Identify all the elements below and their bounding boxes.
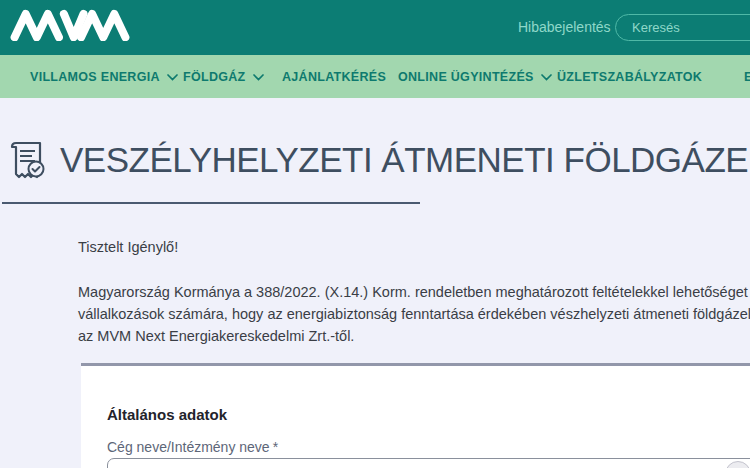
nav-item-label: E xyxy=(744,70,750,84)
site-header: Hibabejelentés xyxy=(0,0,750,55)
main-content: VESZÉLYHELYZETI ÁTMENETI FÖLDGÁZELLÁTÁS … xyxy=(0,98,750,468)
nav-item-label: ÜZLETSZABÁLYZATOK xyxy=(557,70,702,84)
nav-item-ajanlatkeres[interactable]: AJÁNLATKÉRÉS xyxy=(282,55,386,98)
form-section-title: Általános adatok xyxy=(107,406,227,423)
search-input[interactable] xyxy=(615,14,750,41)
nav-item-label: AJÁNLATKÉRÉS xyxy=(282,70,386,84)
page-title-row: VESZÉLYHELYZETI ÁTMENETI FÖLDGÁZELLÁTÁS xyxy=(8,138,750,182)
receipt-check-icon xyxy=(8,138,50,182)
mvm-logo[interactable] xyxy=(8,9,132,41)
nav-item-label: FÖLDGÁZ xyxy=(183,70,246,84)
page-title: VESZÉLYHELYZETI ÁTMENETI FÖLDGÁZELLÁTÁS xyxy=(60,140,750,180)
required-asterisk: * xyxy=(273,439,278,455)
nav-item-foldgaz[interactable]: FÖLDGÁZ xyxy=(183,55,264,98)
intro-line: vállalkozások számára, hogy az energiabi… xyxy=(78,303,750,325)
form-card: Általános adatok Cég neve/Intézmény neve… xyxy=(81,363,750,468)
intro-line: Magyarország Kormánya a 388/2022. (X.14.… xyxy=(78,281,750,303)
nav-item-truncated[interactable]: E xyxy=(744,55,750,98)
nav-item-label: VILLAMOS ENERGIA xyxy=(30,70,160,84)
title-underline xyxy=(2,202,420,204)
nav-item-online-ugyintezes[interactable]: ONLINE ÜGYINTÉZÉS xyxy=(398,55,552,98)
intro-line: az MVM Next Energiakereskedelmi Zrt.-től… xyxy=(78,325,750,347)
main-nav: VILLAMOS ENERGIA FÖLDGÁZ AJÁNLATKÉRÉS ON… xyxy=(0,55,750,98)
nav-item-label: ONLINE ÜGYINTÉZÉS xyxy=(398,70,534,84)
chevron-down-icon xyxy=(541,74,552,81)
greeting-text: Tisztelt Igénylő! xyxy=(78,239,178,255)
chevron-down-icon xyxy=(167,74,178,81)
nav-item-uzletszabalyzatok[interactable]: ÜZLETSZABÁLYZATOK xyxy=(557,55,702,98)
intro-paragraph: Magyarország Kormánya a 388/2022. (X.14.… xyxy=(78,281,750,347)
company-name-label: Cég neve/Intézmény neve* xyxy=(107,439,278,455)
error-report-link[interactable]: Hibabejelentés xyxy=(518,19,611,35)
nav-item-villamos-energia[interactable]: VILLAMOS ENERGIA xyxy=(30,55,178,98)
company-name-input[interactable] xyxy=(107,458,750,468)
chevron-down-icon xyxy=(253,74,264,81)
